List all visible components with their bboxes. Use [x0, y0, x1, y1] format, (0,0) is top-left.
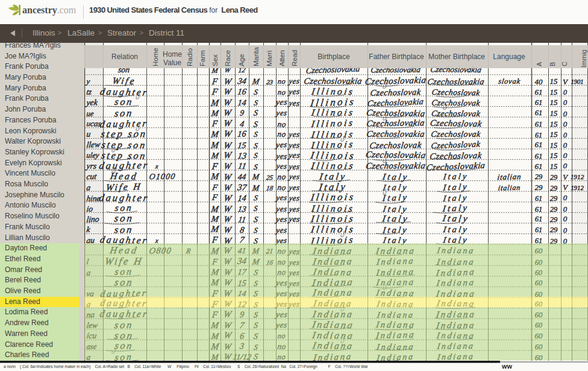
svg-text:Home: Home: [163, 50, 182, 59]
svg-text:16: 16: [237, 128, 247, 138]
svg-text:61: 61: [535, 226, 542, 234]
svg-text:0: 0: [563, 131, 567, 139]
svg-text:yes: yes: [287, 151, 301, 160]
svg-text:Radio: Radio: [186, 48, 193, 66]
svg-text:Marri: Marri: [266, 51, 273, 66]
svg-text:Czechoslovakia: Czechoslovakia: [365, 160, 427, 170]
svg-text:1912: 1912: [571, 173, 584, 180]
svg-text:O1000: O1000: [149, 172, 177, 182]
svg-text:61: 61: [535, 162, 543, 171]
svg-text:yes: yes: [274, 215, 288, 224]
svg-text:13: 13: [237, 151, 247, 160]
svg-text:34: 34: [236, 76, 247, 86]
svg-text:15: 15: [549, 98, 558, 107]
svg-text:0: 0: [563, 193, 568, 202]
svg-text:29: 29: [550, 215, 558, 224]
svg-text:Birthplace: Birthplace: [317, 52, 350, 61]
svg-text:V: V: [563, 183, 568, 192]
svg-text:61: 61: [535, 88, 543, 97]
svg-text:23: 23: [266, 79, 273, 86]
svg-text:Illinois: Illinois: [310, 86, 355, 96]
svg-text:Czechoslovakia: Czechoslovakia: [303, 76, 363, 86]
svg-text:14: 14: [237, 98, 247, 107]
svg-text:Italy: Italy: [381, 213, 410, 223]
svg-text:Italy: Italy: [442, 203, 469, 214]
svg-text:0: 0: [563, 88, 567, 97]
svg-text:Immig: Immig: [580, 49, 587, 68]
svg-text:yes: yes: [287, 162, 301, 171]
svg-text:Mother Birthplace: Mother Birthplace: [428, 52, 485, 61]
svg-text:son: son: [114, 96, 134, 107]
svg-text:daughter: daughter: [98, 192, 149, 203]
svg-text:A: A: [536, 62, 543, 66]
svg-text:29: 29: [535, 173, 543, 181]
svg-text:yes: yes: [287, 130, 301, 139]
svg-text:no: no: [277, 88, 287, 97]
svg-text:italian: italian: [497, 172, 522, 182]
svg-text:15: 15: [550, 141, 557, 150]
svg-text:yes: yes: [274, 151, 288, 160]
svg-text:Italy: Italy: [442, 224, 469, 234]
svg-text:Czechoslovakia: Czechoslovakia: [365, 150, 427, 160]
svg-text:Czechoslovak: Czechoslovak: [429, 150, 482, 161]
svg-text:yes: yes: [287, 98, 301, 107]
svg-text:13: 13: [237, 205, 247, 214]
svg-text:Read: Read: [291, 50, 298, 67]
svg-text:Wife: Wife: [111, 75, 137, 86]
svg-text:0: 0: [563, 110, 568, 118]
svg-text:Czechoslovak: Czechoslovak: [430, 118, 483, 128]
svg-text:yes: yes: [275, 193, 288, 202]
svg-text:Italy: Italy: [442, 213, 471, 223]
svg-text:0: 0: [563, 151, 568, 160]
svg-text:son: son: [114, 107, 134, 119]
svg-text:0: 0: [563, 162, 568, 170]
svg-text:29: 29: [550, 205, 557, 214]
svg-text:Home: Home: [152, 48, 159, 66]
svg-text:Illinois: Illinois: [309, 150, 357, 162]
svg-text:ue: ue: [86, 109, 95, 118]
svg-text:11: 11: [237, 161, 248, 171]
svg-text:lino: lino: [86, 215, 100, 224]
svg-text:no: no: [277, 119, 287, 128]
svg-text:Illinois: Illinois: [310, 191, 356, 203]
svg-text:Illinois: Illinois: [310, 223, 356, 235]
svg-text:yes: yes: [287, 77, 301, 85]
svg-text:29: 29: [550, 194, 557, 203]
svg-text:Czechoslovak: Czechoslovak: [430, 130, 481, 139]
svg-text:yes: yes: [274, 97, 288, 106]
svg-text:Illinois: Illinois: [310, 107, 355, 118]
svg-text:Italy: Italy: [381, 182, 409, 192]
svg-text:15: 15: [237, 141, 247, 150]
svg-text:37: 37: [236, 182, 248, 192]
svg-text:29: 29: [535, 183, 543, 192]
svg-text:V: V: [563, 173, 568, 182]
svg-text:1912: 1912: [571, 184, 584, 191]
svg-text:uley: uley: [86, 151, 100, 159]
svg-text:son: son: [114, 202, 134, 213]
svg-text:no: no: [277, 183, 287, 192]
svg-text:61: 61: [535, 120, 543, 128]
svg-text:son: son: [113, 212, 134, 224]
svg-text:14: 14: [237, 193, 246, 203]
svg-text:40: 40: [535, 78, 543, 86]
svg-text:Czechoslovakia: Czechoslovakia: [427, 77, 485, 86]
svg-text:yes: yes: [275, 226, 288, 235]
svg-text:yes: yes: [287, 194, 301, 203]
svg-text:61: 61: [535, 151, 543, 160]
svg-text:61: 61: [535, 98, 543, 107]
svg-text:15: 15: [550, 151, 558, 160]
svg-text:yes: yes: [275, 205, 288, 213]
svg-text:0: 0: [563, 141, 568, 150]
svg-text:15: 15: [549, 130, 558, 139]
svg-text:Czechoslovakia: Czechoslovakia: [364, 75, 427, 87]
svg-text:no: no: [277, 77, 286, 86]
svg-text:15: 15: [550, 88, 557, 97]
svg-text:0: 0: [563, 120, 568, 128]
svg-text:61: 61: [535, 215, 543, 223]
svg-text:Czechoslovak: Czechoslovak: [431, 87, 481, 97]
svg-text:11: 11: [237, 215, 246, 224]
svg-text:B: B: [549, 62, 556, 66]
svg-text:yes: yes: [287, 205, 301, 214]
svg-text:61: 61: [535, 205, 543, 214]
svg-text:yes: yes: [287, 173, 301, 181]
